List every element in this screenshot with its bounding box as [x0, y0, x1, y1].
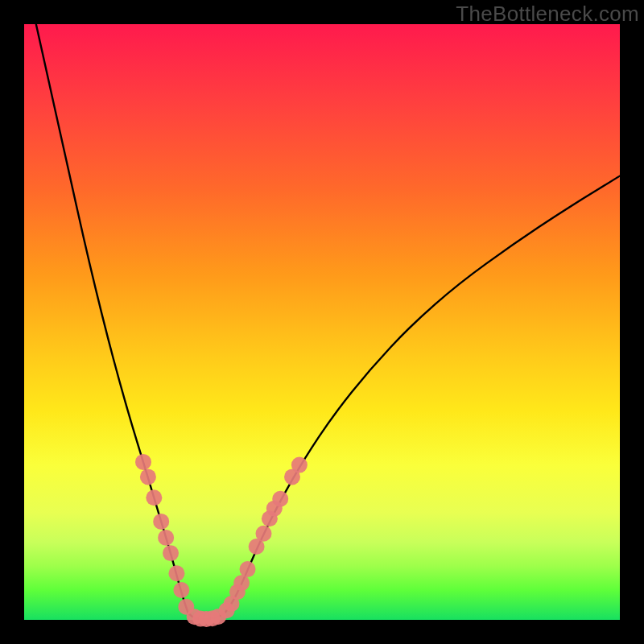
bead-marker	[173, 582, 189, 598]
bead-marker	[146, 489, 162, 506]
curve-lines	[36, 24, 620, 619]
main-curve	[36, 24, 620, 619]
chart-frame: TheBottleneck.com	[0, 0, 644, 644]
bead-marker	[272, 491, 288, 507]
bead-marker	[158, 530, 174, 546]
chart-overlay	[0, 0, 644, 644]
bead-marker	[140, 469, 156, 485]
bead-marker	[255, 526, 271, 542]
bead-markers	[135, 454, 308, 627]
bead-marker	[240, 561, 256, 577]
bead-marker	[163, 545, 179, 561]
bead-marker	[291, 457, 308, 473]
bead-marker	[153, 514, 169, 530]
bead-marker	[135, 454, 151, 470]
watermark-text: TheBottleneck.com	[456, 2, 639, 27]
bead-marker	[168, 565, 184, 581]
bead-marker	[233, 575, 250, 591]
